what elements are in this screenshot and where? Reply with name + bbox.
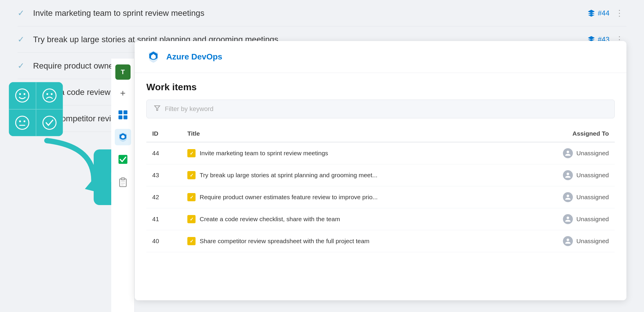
cell-id: 40 xyxy=(146,230,181,252)
task-title-text: Invite marketing team to sprint review m… xyxy=(200,150,328,157)
cell-title: Share competitor review spreadsheet with… xyxy=(181,230,533,252)
sidebar-item-clipboard[interactable] xyxy=(115,173,131,190)
table-row[interactable]: 44 Invite marketing team to sprint revie… xyxy=(146,142,615,164)
svg-point-4 xyxy=(46,93,48,95)
feedback-widget xyxy=(9,82,63,136)
svg-rect-12 xyxy=(118,110,122,114)
col-header-assigned: Assigned To xyxy=(533,125,615,142)
task-badge-44: #44 xyxy=(587,9,609,17)
assigned-name: Unassigned xyxy=(576,238,609,245)
feedback-happy xyxy=(9,82,36,109)
filter-bar[interactable]: Filter by keyword xyxy=(146,100,615,118)
svg-point-5 xyxy=(51,93,52,95)
filter-icon xyxy=(154,105,161,113)
feedback-sad xyxy=(36,82,63,109)
table-row[interactable]: 42 Require product owner estimates featu… xyxy=(146,186,615,208)
cell-assigned: Unassigned xyxy=(533,208,615,230)
task-title-text: Require product owner estimates feature … xyxy=(200,194,378,201)
cell-id: 44 xyxy=(146,142,181,164)
sidebar: T + xyxy=(111,59,135,312)
main-panel: Azure DevOps Work items Filter by keywor… xyxy=(135,41,626,300)
svg-point-3 xyxy=(43,89,56,102)
task-title-text: Try break up large stories at sprint pla… xyxy=(200,172,377,179)
svg-point-2 xyxy=(24,93,25,95)
assigned-avatar xyxy=(563,192,573,202)
task-more-44[interactable]: ⋮ xyxy=(615,8,624,18)
svg-point-8 xyxy=(24,120,25,122)
svg-rect-18 xyxy=(121,178,124,180)
table-row[interactable]: 41 Create a code review checklist, share… xyxy=(146,208,615,230)
task-title-text: Share competitor review spreadsheet with… xyxy=(200,238,369,245)
sidebar-avatar: T xyxy=(115,64,131,80)
section-title: Work items xyxy=(146,82,615,93)
svg-point-1 xyxy=(19,93,21,95)
svg-point-7 xyxy=(19,120,21,122)
work-items-table: ID Title Assigned To 44 Invite marketing… xyxy=(146,125,615,252)
task-check-42: ✓ xyxy=(18,61,24,71)
panel-body: Work items Filter by keyword ID Title As… xyxy=(135,73,626,261)
sidebar-add-button[interactable]: + xyxy=(115,86,131,101)
col-header-id: ID xyxy=(146,125,181,142)
task-title-44: Invite marketing team to sprint review m… xyxy=(33,8,587,18)
svg-point-10 xyxy=(43,116,56,129)
cell-id: 42 xyxy=(146,186,181,208)
assigned-avatar xyxy=(563,236,573,246)
assigned-name: Unassigned xyxy=(576,150,609,157)
assigned-name: Unassigned xyxy=(576,194,609,201)
sidebar-item-boards[interactable] xyxy=(115,107,131,123)
table-row[interactable]: 43 Try break up large stories at sprint … xyxy=(146,164,615,186)
table-header-row: ID Title Assigned To xyxy=(146,125,615,142)
assigned-avatar xyxy=(563,170,573,180)
cell-title: Invite marketing team to sprint review m… xyxy=(181,142,533,164)
panel-header: Azure DevOps xyxy=(135,41,626,73)
svg-rect-15 xyxy=(123,115,127,119)
cell-title: Require product owner estimates feature … xyxy=(181,186,533,208)
assigned-name: Unassigned xyxy=(576,216,609,223)
svg-marker-22 xyxy=(155,106,160,110)
svg-point-6 xyxy=(16,116,29,129)
sidebar-item-azure[interactable] xyxy=(115,129,131,145)
azure-devops-logo xyxy=(146,50,160,64)
svg-rect-13 xyxy=(123,110,127,114)
panel-title: Azure DevOps xyxy=(166,52,222,62)
svg-point-0 xyxy=(16,89,29,102)
svg-rect-14 xyxy=(118,115,122,119)
task-item-44: ✓ Invite marketing team to sprint review… xyxy=(18,0,626,26)
cell-id: 43 xyxy=(146,164,181,186)
assigned-avatar xyxy=(563,214,573,224)
task-type-icon xyxy=(187,193,196,201)
table-row[interactable]: 40 Share competitor review spreadsheet w… xyxy=(146,230,615,252)
cell-title: Create a code review checklist, share wi… xyxy=(181,208,533,230)
cell-assigned: Unassigned xyxy=(533,230,615,252)
task-type-icon xyxy=(187,215,196,223)
task-type-icon xyxy=(187,149,196,157)
feedback-check xyxy=(36,109,63,137)
cell-title: Try break up large stories at sprint pla… xyxy=(181,164,533,186)
cell-assigned: Unassigned xyxy=(533,142,615,164)
col-header-title: Title xyxy=(181,125,533,142)
cell-assigned: Unassigned xyxy=(533,164,615,186)
task-type-icon xyxy=(187,237,196,245)
task-type-icon xyxy=(187,171,196,179)
assigned-avatar xyxy=(563,148,573,158)
task-check-44: ✓ xyxy=(18,8,24,18)
sidebar-item-tasks[interactable] xyxy=(115,151,131,168)
feedback-neutral xyxy=(9,109,36,137)
assigned-name: Unassigned xyxy=(576,172,609,179)
filter-placeholder: Filter by keyword xyxy=(165,105,213,113)
cell-assigned: Unassigned xyxy=(533,186,615,208)
task-title-text: Create a code review checklist, share wi… xyxy=(200,216,340,223)
task-check-43: ✓ xyxy=(18,35,24,44)
cell-id: 41 xyxy=(146,208,181,230)
